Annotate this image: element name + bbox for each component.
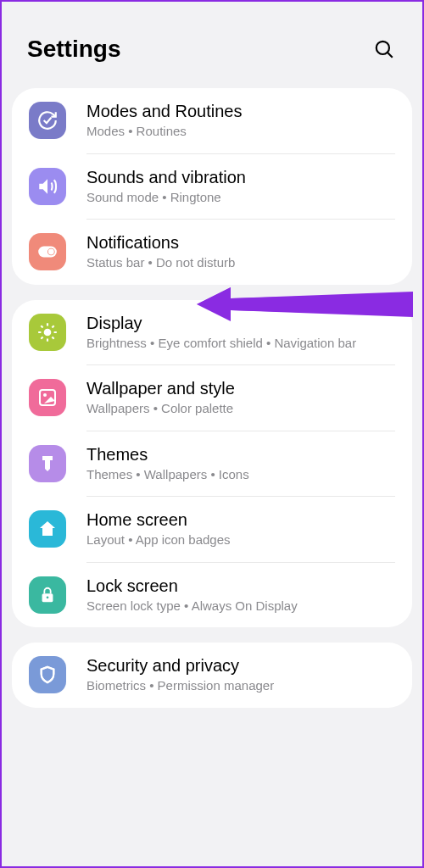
settings-item-security-privacy[interactable]: Security and privacy Biometrics • Permis… xyxy=(12,643,412,708)
item-text: Modes and Routines Modes • Routines xyxy=(86,102,395,140)
svg-line-10 xyxy=(41,326,42,327)
header: Settings xyxy=(2,2,422,88)
sound-icon xyxy=(29,168,66,205)
settings-group: Display Brightness • Eye comfort shield … xyxy=(12,300,412,628)
item-subtitle: Brightness • Eye comfort shield • Naviga… xyxy=(86,335,395,352)
item-subtitle: Sound mode • Ringtone xyxy=(86,189,395,206)
item-text: Themes Themes • Wallpapers • Icons xyxy=(86,445,395,483)
item-title: Home screen xyxy=(86,510,395,530)
svg-point-4 xyxy=(48,249,54,255)
svg-line-12 xyxy=(41,337,42,338)
search-icon xyxy=(373,38,395,60)
item-subtitle: Modes • Routines xyxy=(86,123,395,140)
item-title: Sounds and vibration xyxy=(86,168,395,187)
settings-item-modes-routines[interactable]: Modes and Routines Modes • Routines xyxy=(12,88,412,153)
item-subtitle: Biometrics • Permission manager xyxy=(86,677,395,694)
item-title: Security and privacy xyxy=(86,656,395,676)
item-text: Security and privacy Biometrics • Permis… xyxy=(86,656,395,694)
settings-item-notifications[interactable]: Notifications Status bar • Do not distur… xyxy=(12,220,412,285)
home-icon xyxy=(29,510,66,548)
item-title: Notifications xyxy=(86,233,395,253)
item-text: Display Brightness • Eye comfort shield … xyxy=(86,314,395,352)
svg-rect-14 xyxy=(40,390,55,405)
refresh-check-icon xyxy=(29,102,66,139)
settings-item-wallpaper[interactable]: Wallpaper and style Wallpapers • Color p… xyxy=(12,365,412,431)
item-subtitle: Status bar • Do not disturb xyxy=(86,254,395,271)
settings-item-lock-screen[interactable]: Lock screen Screen lock type • Always On… xyxy=(12,563,412,628)
search-button[interactable] xyxy=(371,36,397,62)
wallpaper-icon xyxy=(29,379,66,416)
item-subtitle: Layout • App icon badges xyxy=(86,531,395,548)
svg-point-17 xyxy=(47,596,49,598)
themes-icon xyxy=(29,445,66,482)
settings-group: Modes and Routines Modes • Routines Soun… xyxy=(12,88,412,285)
item-title: Lock screen xyxy=(86,576,395,596)
settings-item-display[interactable]: Display Brightness • Eye comfort shield … xyxy=(12,300,412,365)
brightness-icon xyxy=(29,314,66,351)
shield-icon xyxy=(29,656,66,693)
notification-icon xyxy=(29,233,66,270)
settings-item-home-screen[interactable]: Home screen Layout • App icon badges xyxy=(12,497,412,562)
svg-point-5 xyxy=(44,328,52,336)
item-text: Lock screen Screen lock type • Always On… xyxy=(86,576,395,615)
settings-item-sounds-vibration[interactable]: Sounds and vibration Sound mode • Ringto… xyxy=(12,154,412,220)
item-title: Display xyxy=(86,314,395,333)
settings-item-themes[interactable]: Themes Themes • Wallpapers • Icons xyxy=(12,431,412,497)
lock-icon xyxy=(29,576,66,614)
page-title: Settings xyxy=(27,36,120,63)
item-text: Notifications Status bar • Do not distur… xyxy=(86,233,395,271)
item-subtitle: Screen lock type • Always On Display xyxy=(86,598,395,615)
item-title: Wallpaper and style xyxy=(86,379,395,398)
item-text: Wallpaper and style Wallpapers • Color p… xyxy=(86,379,395,417)
svg-line-1 xyxy=(388,53,393,58)
svg-line-11 xyxy=(52,337,53,338)
item-text: Sounds and vibration Sound mode • Ringto… xyxy=(86,168,395,206)
item-subtitle: Wallpapers • Color palette xyxy=(86,400,395,417)
svg-point-15 xyxy=(43,393,47,397)
settings-group: Security and privacy Biometrics • Permis… xyxy=(12,643,412,708)
item-title: Themes xyxy=(86,445,395,465)
item-subtitle: Themes • Wallpapers • Icons xyxy=(86,466,395,483)
svg-line-13 xyxy=(52,326,53,327)
item-title: Modes and Routines xyxy=(86,102,395,121)
svg-point-0 xyxy=(377,42,389,54)
item-text: Home screen Layout • App icon badges xyxy=(86,510,395,548)
